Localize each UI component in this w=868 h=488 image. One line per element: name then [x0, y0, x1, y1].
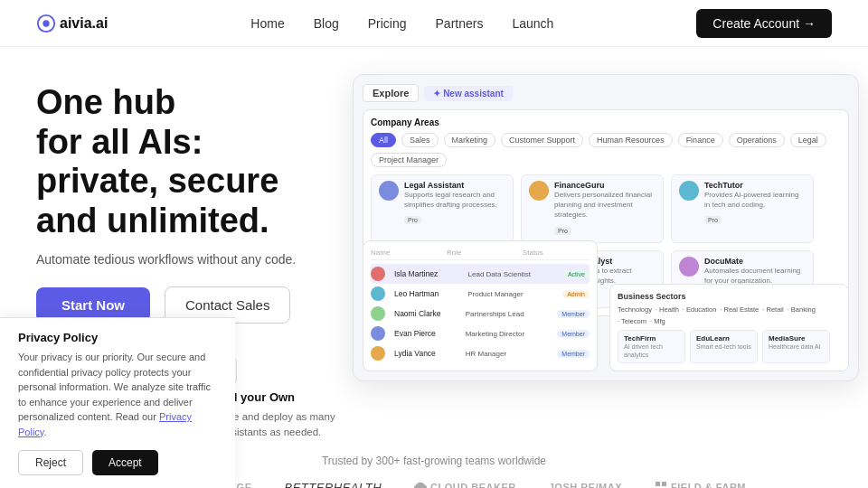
reject-button[interactable]: Reject	[18, 450, 83, 475]
explore-label: Explore	[363, 84, 419, 102]
row-badge: Member	[557, 350, 590, 358]
members-table: Name Role Status Isla Martinez Lead Data…	[363, 240, 598, 371]
agent-desc-tutor: Provides AI-powered learning in tech and…	[704, 190, 806, 210]
tab-all[interactable]: All	[371, 133, 396, 147]
row-avatar	[371, 306, 385, 321]
company-tabs: All Sales Marketing Customer Support Hum…	[371, 133, 841, 167]
row-role: Marketing Director	[466, 330, 549, 338]
table-row[interactable]: Leo Hartman Product Manager Admin	[371, 284, 590, 304]
table-row[interactable]: Lydia Vance HR Manager Member	[371, 343, 590, 363]
row-avatar	[371, 346, 385, 361]
company-areas-title: Company Areas	[371, 117, 841, 127]
new-assistant-button[interactable]: ✦ New assistant	[424, 86, 512, 101]
table-header: Name Role Status	[371, 249, 590, 260]
row-name: Leo Hartman	[394, 289, 458, 298]
row-avatar	[371, 326, 385, 341]
nav-blog[interactable]: Blog	[314, 16, 339, 31]
nav-pricing[interactable]: Pricing	[368, 16, 407, 31]
sector-tab-retail[interactable]: · Retail	[762, 305, 783, 314]
table-row[interactable]: Isla Martinez Lead Data Scientist Active	[371, 264, 590, 284]
row-role: HR Manager	[466, 350, 549, 358]
agent-avatar-tutor	[679, 181, 699, 201]
table-row[interactable]: Naomi Clarke Partnerships Lead Member	[371, 304, 590, 324]
sector-tab-tech[interactable]: Technology	[618, 305, 652, 314]
agent-card-tutor: TechTutor Provides AI-powered learning i…	[671, 174, 814, 243]
tab-support[interactable]: Customer Support	[501, 133, 583, 147]
create-account-button[interactable]: Create Account →	[696, 9, 832, 38]
sector-tab-telecom[interactable]: · Telecom	[618, 317, 646, 325]
table-row[interactable]: Evan Pierce Marketing Director Member	[371, 324, 590, 343]
nav-home[interactable]: Home	[250, 16, 284, 31]
nav-launch[interactable]: Launch	[512, 16, 553, 31]
accept-button[interactable]: Accept	[92, 450, 158, 475]
agent-name-legal: Legal Assistant	[404, 181, 505, 190]
trust-logo-cloudbeaker: CLOUD BEAKER	[414, 481, 516, 488]
hero-title: One hub for all AIs: private, secure and…	[36, 83, 344, 241]
row-role: Product Manager	[467, 290, 553, 298]
sector-tab-realestate[interactable]: · Real Estate	[720, 305, 759, 314]
tab-finance[interactable]: Finance	[678, 133, 723, 147]
field-farm-icon	[655, 481, 667, 488]
nav-partners[interactable]: Partners	[436, 16, 484, 31]
sector-card: EduLearn Smart ed-tech tools	[690, 330, 758, 363]
logo-icon	[36, 14, 56, 33]
row-name: Naomi Clarke	[394, 309, 457, 318]
row-avatar	[371, 267, 385, 281]
col-status: Status	[523, 249, 590, 257]
sector-tab-health[interactable]: · Health	[656, 305, 679, 314]
agent-desc-docuMate: Automates document learning for your org…	[704, 266, 806, 286]
agent-tag-tutor: Pro	[704, 216, 722, 224]
trust-logo-fieldfarm: FIELD & FARM	[655, 481, 746, 488]
sectors-tabs: Technology · Health · Education · Real E…	[618, 305, 841, 325]
agent-card-legal: Legal Assistant Supports legal research …	[371, 174, 514, 243]
agent-avatar-finance	[529, 181, 549, 201]
tab-pm[interactable]: Project Manager	[371, 153, 447, 167]
logo-text: aivia.ai	[60, 15, 108, 32]
sector-card: MediaSure Healthcare data AI	[762, 330, 830, 363]
db-topbar: Explore ✦ New assistant	[363, 84, 849, 102]
col-name: Name	[371, 249, 438, 257]
tab-marketing[interactable]: Marketing	[444, 133, 496, 147]
tab-operations[interactable]: Operations	[729, 133, 785, 147]
tab-sales[interactable]: Sales	[401, 133, 439, 147]
cookie-text: Your privacy is our priority. Our secure…	[18, 350, 217, 439]
sector-cards: TechFirm AI driven tech analytics EduLea…	[618, 330, 841, 363]
trust-logo-joshremax: JOSH RE/MAX	[549, 482, 622, 488]
agent-name-docuMate: DocuMate	[704, 257, 806, 266]
sectors-title: Business Sectors	[618, 292, 841, 301]
tab-hr[interactable]: Human Resources	[589, 133, 673, 147]
row-name: Lydia Vance	[394, 349, 457, 358]
cookie-banner: Privacy Policy Your privacy is our prior…	[0, 317, 235, 488]
agent-avatar-docuMate	[679, 257, 699, 277]
hero-subtitle: Automate tedious workflows without any c…	[36, 252, 344, 267]
agent-name-finance: FinanceGuru	[554, 181, 656, 190]
nav-links: Home Blog Pricing Partners Launch	[250, 16, 553, 31]
agent-name-tutor: TechTutor	[704, 181, 806, 190]
row-role: Partnerships Lead	[466, 310, 549, 318]
col-role: Role	[447, 249, 514, 257]
navigation: aivia.ai Home Blog Pricing Partners Laun…	[0, 0, 868, 47]
hero-right: Explore ✦ New assistant Company Areas Al…	[353, 74, 859, 440]
row-badge: Member	[557, 330, 590, 338]
trust-logo-betterhealth: BetterHealth	[284, 481, 382, 488]
row-role: Lead Data Scientist	[468, 270, 554, 278]
sector-tab-banking[interactable]: · Banking	[788, 305, 816, 314]
agent-avatar-legal	[379, 181, 399, 201]
cookie-buttons: Reject Accept	[18, 450, 217, 475]
agent-tag-legal: Pro	[404, 216, 421, 224]
dashboard-preview: Explore ✦ New assistant Company Areas Al…	[353, 74, 859, 381]
agent-tag-finance: Pro	[554, 227, 571, 235]
row-badge: Admin	[562, 290, 590, 298]
privacy-policy-link[interactable]: Privacy Policy	[18, 411, 192, 437]
cloud-beaker-icon	[414, 481, 427, 488]
svg-point-1	[42, 20, 49, 26]
agent-desc-finance: Delivers personalized financial planning…	[554, 190, 656, 221]
sector-tab-edu[interactable]: · Education	[683, 305, 717, 314]
row-avatar	[371, 286, 385, 301]
svg-rect-5	[656, 482, 660, 486]
svg-rect-6	[662, 482, 666, 486]
sector-tab-mfg[interactable]: · Mfg	[650, 317, 665, 325]
cookie-title: Privacy Policy	[18, 331, 217, 344]
row-name: Isla Martinez	[394, 269, 459, 278]
tab-legal[interactable]: Legal	[790, 133, 826, 147]
